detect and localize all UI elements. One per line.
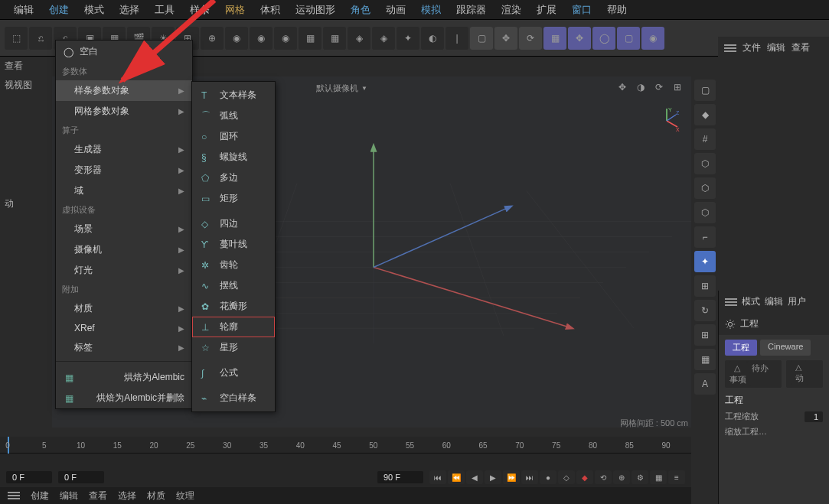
toolbar-btn-23[interactable]: ✥: [568, 27, 591, 50]
current-frame[interactable]: 0 F: [58, 471, 104, 483]
transport-btn-6[interactable]: ●: [540, 470, 556, 484]
menu-网格[interactable]: 网格: [217, 1, 253, 19]
bottom-材质[interactable]: 材质: [147, 489, 165, 502]
rtool-5[interactable]: ⬡: [694, 202, 716, 223]
transport-btn-10[interactable]: ⊕: [613, 470, 630, 484]
rtool-0[interactable]: ▢: [694, 80, 716, 101]
menu-渲染[interactable]: 渲染: [494, 1, 529, 19]
toolbar-btn-25[interactable]: ▢: [617, 27, 640, 50]
rtool-3[interactable]: ⬡: [694, 153, 716, 174]
bottom-查看[interactable]: 查看: [89, 489, 107, 502]
edit-menu[interactable]: 编辑: [765, 295, 783, 308]
spline-submenu[interactable]: T文本样条⌒弧线○圆环§螺旋线⬠多边▭矩形◇四边Ƴ蔓叶线✲齿轮∿摆线✿花瓣形⊥轮…: [191, 81, 276, 412]
toolbar-btn-24[interactable]: ◯: [592, 27, 615, 50]
rtool-1[interactable]: ◆: [694, 104, 716, 125]
menu-item-empty[interactable]: ◯ 空白: [56, 41, 192, 63]
menu-item-light[interactable]: 灯光▶: [56, 260, 192, 281]
spline-flower[interactable]: ✿花瓣形: [192, 296, 275, 317]
start-frame[interactable]: 0 F: [6, 471, 52, 483]
end-frame[interactable]: 90 F: [377, 471, 423, 483]
spline-cog[interactable]: ✲齿轮: [192, 255, 275, 275]
menu-运动图形[interactable]: 运动图形: [288, 1, 343, 19]
rtool-10[interactable]: ⊞: [694, 324, 716, 346]
menu-item-bake-alembic[interactable]: ▦烘焙为Alembic: [56, 367, 192, 388]
toolbar-btn-21[interactable]: ⟳: [519, 27, 542, 50]
menu-item-mesh-param[interactable]: 网格参数对象▶: [56, 101, 192, 122]
toolbar-btn-1[interactable]: ⎌: [29, 27, 52, 50]
tab-project[interactable]: 工程: [725, 340, 757, 356]
transport-btn-1[interactable]: ⏪: [448, 470, 465, 484]
hamburger-icon[interactable]: [8, 492, 20, 499]
transport-btn-11[interactable]: ⚙: [632, 470, 648, 484]
menu-item-deformer[interactable]: 变形器▶: [56, 160, 192, 180]
spline-cycloid[interactable]: ∿摆线: [192, 275, 275, 296]
transport-btn-3[interactable]: ▶: [485, 470, 501, 484]
maximize-icon[interactable]: ⊞: [670, 80, 685, 95]
menu-模拟[interactable]: 模拟: [413, 1, 449, 19]
toolbar-btn-20[interactable]: ✥: [494, 27, 517, 50]
menu-item-tag[interactable]: 标签▶: [56, 337, 192, 358]
menu-item-field[interactable]: 域▶: [56, 180, 192, 201]
menu-item-scene[interactable]: 场景▶: [56, 219, 192, 239]
rtool-4[interactable]: ⬡: [694, 177, 716, 199]
menu-动画[interactable]: 动画: [378, 1, 413, 19]
toolbar-btn-12[interactable]: ▦: [299, 27, 321, 50]
menu-窗口[interactable]: 窗口: [564, 1, 599, 19]
menu-工具[interactable]: 工具: [147, 1, 182, 19]
menu-跟踪器[interactable]: 跟踪器: [449, 1, 494, 19]
toolbar-btn-13[interactable]: ▦: [323, 27, 346, 50]
toolbar-btn-11[interactable]: ◉: [274, 27, 297, 50]
toolbar-btn-0[interactable]: ⬚: [5, 27, 28, 50]
toolbar-btn-18[interactable]: |: [446, 27, 468, 50]
rtool-12[interactable]: A: [694, 373, 716, 395]
view-label[interactable]: 查看: [0, 57, 55, 76]
transport-btn-4[interactable]: ⏩: [503, 470, 520, 484]
spline-text_spline[interactable]: T文本样条: [192, 85, 275, 106]
scale-project-button[interactable]: 缩放工程…: [725, 426, 767, 437]
pan-icon[interactable]: ✥: [615, 80, 630, 95]
spline-formula[interactable]: ∫公式: [192, 363, 275, 383]
spline-arc[interactable]: ⌒弧线: [192, 106, 275, 126]
spline-star[interactable]: ☆星形: [192, 337, 275, 358]
menu-扩展[interactable]: 扩展: [529, 1, 564, 19]
transport-btn-12[interactable]: ▦: [650, 470, 667, 484]
spline-quad[interactable]: ◇四边: [192, 213, 275, 234]
menu-创建[interactable]: 创建: [41, 1, 77, 19]
rtool-11[interactable]: ▦: [694, 349, 716, 370]
menu-选择[interactable]: 选择: [112, 1, 147, 19]
bottom-编辑[interactable]: 编辑: [60, 489, 78, 502]
timeline[interactable]: 051015202530354045505560657075808590: [0, 437, 691, 467]
scale-value[interactable]: 1: [805, 411, 823, 422]
toolbar-btn-14[interactable]: ◈: [348, 27, 370, 50]
toolbar-btn-16[interactable]: ✦: [397, 27, 419, 50]
move-label[interactable]: 动: [0, 194, 55, 213]
view-menu[interactable]: 查看: [791, 41, 810, 54]
transport-btn-7[interactable]: ◇: [558, 470, 575, 484]
toolbar-btn-8[interactable]: ⊕: [201, 27, 224, 50]
rtool-2[interactable]: #: [694, 128, 716, 150]
rtool-6[interactable]: ⌐: [694, 226, 716, 248]
menu-item-material[interactable]: 材质▶: [56, 298, 192, 319]
transport-btn-13[interactable]: ≡: [668, 470, 685, 484]
menu-item-generator[interactable]: 生成器▶: [56, 139, 192, 160]
transport-btn-8[interactable]: ◆: [576, 470, 593, 484]
subtab-todo[interactable]: △ 待办事项: [725, 360, 782, 388]
tab-cineware[interactable]: Cineware: [760, 340, 811, 356]
toolbar-btn-26[interactable]: ◉: [641, 27, 664, 50]
rtool-7[interactable]: ✦: [694, 251, 716, 272]
axes-gizmo[interactable]: Y X Z: [653, 107, 680, 135]
toolbar-btn-15[interactable]: ◈: [372, 27, 395, 50]
bottom-纹理[interactable]: 纹理: [176, 489, 194, 502]
menu-编辑[interactable]: 编辑: [6, 1, 41, 19]
toolbar-btn-19[interactable]: ▢: [470, 27, 493, 50]
subtab-anim[interactable]: △ 动: [786, 360, 823, 388]
user-menu[interactable]: 用户: [788, 295, 806, 308]
menu-角色[interactable]: 角色: [343, 1, 378, 19]
file-menu[interactable]: 文件: [743, 41, 761, 54]
rtool-8[interactable]: ⊞: [694, 275, 716, 297]
spline-profile[interactable]: ⊥轮廓: [192, 317, 275, 337]
viewport-camera-label[interactable]: 默认摄像机 ▼: [316, 83, 367, 94]
transport-btn-2[interactable]: ◀: [466, 470, 483, 484]
spline-helix[interactable]: §螺旋线: [192, 147, 275, 167]
menu-模式[interactable]: 模式: [77, 1, 112, 19]
